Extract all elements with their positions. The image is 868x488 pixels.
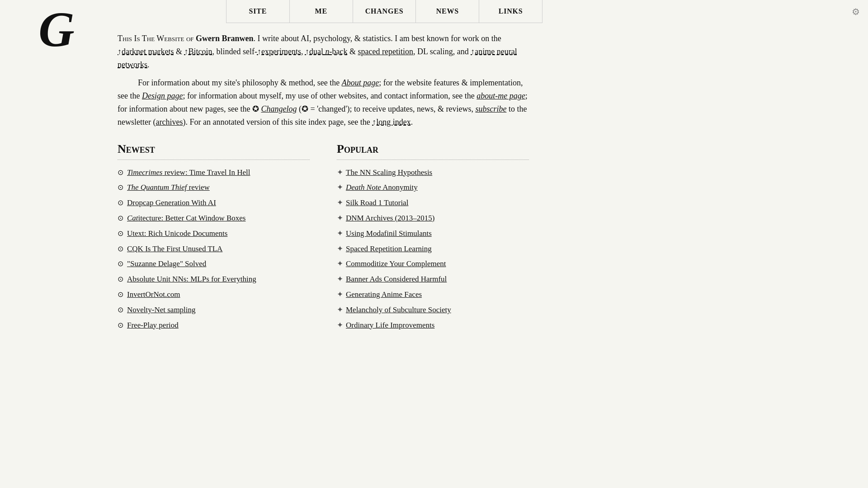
nav-changes[interactable]: CHANGES: [353, 0, 416, 23]
long-index-link[interactable]: ↑long index: [372, 117, 411, 127]
newest-column: Newest ⊙ Timecrimes review: Time Travel …: [118, 142, 310, 335]
popular-column: Popular ✦ The NN Scaling Hypothesis ✦ De…: [337, 142, 529, 335]
nav-links[interactable]: LINKS: [479, 0, 542, 23]
sparkle-icon: ✦: [337, 320, 343, 331]
list-item: ✦ Death Note Anonymity: [337, 182, 529, 193]
newest-list: ⊙ Timecrimes review: Time Travel In Hell…: [118, 167, 310, 331]
intro-para-2: For information about my site's philosop…: [118, 76, 529, 128]
subscribe-link[interactable]: subscribe: [475, 104, 506, 113]
popular-item-link[interactable]: Using Modafinil Stimulants: [346, 228, 432, 239]
spaced-repetition-link[interactable]: spaced repetition: [358, 47, 413, 56]
newest-item-link[interactable]: "Suzanne Delage" Solved: [127, 258, 206, 269]
archives-link[interactable]: archives: [156, 117, 183, 127]
popular-item-link[interactable]: The NN Scaling Hypothesis: [346, 167, 432, 178]
bullet-icon: ⊙: [118, 274, 123, 284]
intro-section: This Is The Website of Gwern Branwen. I …: [118, 32, 529, 129]
newest-item-link[interactable]: InvertOrNot.com: [127, 289, 180, 300]
list-item: ⊙ Free-Play period: [118, 320, 310, 331]
nav-site[interactable]: SITE: [226, 0, 290, 23]
list-item: ✦ Melancholy of Subculture Society: [337, 305, 529, 315]
bullet-icon: ⊙: [118, 183, 123, 192]
newest-item-link[interactable]: Absolute Unit NNs: MLPs for Everything: [127, 274, 256, 285]
intro-para-1: This Is The Website of Gwern Branwen. I …: [118, 32, 529, 71]
bullet-icon: ⊙: [118, 290, 123, 300]
bullet-icon: ⊙: [118, 320, 123, 330]
list-item: ⊙ Catitecture: Better Cat Window Boxes: [118, 213, 310, 224]
sparkle-icon: ✦: [337, 228, 343, 239]
list-item: ✦ DNM Archives (2013–2015): [337, 213, 529, 224]
list-item: ✦ Silk Road 1 Tutorial: [337, 197, 529, 208]
popular-item-link[interactable]: Spaced Repetition Learning: [346, 244, 432, 254]
bitcoin-link[interactable]: ↑Bitcoin: [184, 47, 212, 56]
newest-item-link[interactable]: The Quantum Thief review: [127, 182, 210, 193]
sparkle-icon: ✦: [337, 289, 343, 300]
columns-section: Newest ⊙ Timecrimes review: Time Travel …: [118, 142, 529, 335]
about-page-link[interactable]: About page: [342, 78, 379, 87]
bullet-icon: ⊙: [118, 305, 123, 315]
popular-item-link[interactable]: Commoditize Your Complement: [346, 258, 446, 269]
popular-list: ✦ The NN Scaling Hypothesis ✦ Death Note…: [337, 167, 529, 331]
intro-smallcaps: This Is The Website of: [118, 34, 196, 43]
newest-item-link[interactable]: Catitecture: Better Cat Window Boxes: [127, 213, 245, 224]
popular-item-link[interactable]: Silk Road 1 Tutorial: [346, 197, 408, 208]
site-logo: G: [38, 5, 74, 54]
about-me-page-link[interactable]: about-me page: [476, 91, 525, 100]
list-item: ⊙ The Quantum Thief review: [118, 182, 310, 193]
newest-title: Newest: [118, 142, 310, 160]
popular-title: Popular: [337, 142, 529, 160]
list-item: ⊙ "Suzanne Delage" Solved: [118, 258, 310, 269]
list-item: ⊙ CQK Is The First Unused TLA: [118, 244, 310, 254]
list-item: ⊙ Absolute Unit NNs: MLPs for Everything: [118, 274, 310, 285]
list-item: ⊙ Dropcap Generation With AI: [118, 197, 310, 208]
bullet-icon: ⊙: [118, 244, 123, 254]
author-name: Gwern Branwen: [196, 34, 254, 43]
list-item: ⊙ Utext: Rich Unicode Documents: [118, 228, 310, 239]
sparkle-icon: ✦: [337, 258, 343, 269]
bullet-icon: ⊙: [118, 259, 123, 269]
list-item: ⊙ InvertOrNot.com: [118, 289, 310, 300]
bullet-icon: ⊙: [118, 229, 123, 239]
main-navigation: SITE ME CHANGES NEWS LINKS: [226, 0, 542, 23]
bullet-icon: ⊙: [118, 198, 123, 208]
newest-item-link[interactable]: Dropcap Generation With AI: [127, 197, 216, 208]
sparkle-icon: ✦: [337, 305, 343, 315]
popular-item-link[interactable]: Melancholy of Subculture Society: [346, 305, 451, 315]
sparkle-icon: ✦: [337, 182, 343, 193]
popular-item-link[interactable]: Ordinary Life Improvements: [346, 320, 434, 331]
nav-me[interactable]: ME: [290, 0, 353, 23]
darknet-markets-link[interactable]: ↑darknet markets: [118, 47, 174, 56]
list-item: ✦ Commoditize Your Complement: [337, 258, 529, 269]
nav-news[interactable]: NEWS: [416, 0, 479, 23]
experiments-link[interactable]: ↑experiments: [257, 47, 301, 56]
main-content: This Is The Website of Gwern Branwen. I …: [113, 23, 542, 348]
bullet-icon: ⊙: [118, 168, 123, 178]
list-item: ✦ Generating Anime Faces: [337, 289, 529, 300]
list-item: ⊙ Novelty-Net sampling: [118, 305, 310, 315]
list-item: ⊙ Timecrimes review: Time Travel In Hell: [118, 167, 310, 178]
sparkle-icon: ✦: [337, 274, 343, 285]
sparkle-icon: ✦: [337, 213, 343, 224]
sparkle-icon: ✦: [337, 167, 343, 178]
bullet-icon: ⊙: [118, 213, 123, 223]
changelog-link[interactable]: Changelog: [261, 104, 297, 113]
dual-n-back-link[interactable]: ↑dual n-back: [305, 47, 347, 56]
logo-area: G: [0, 0, 113, 348]
list-item: ✦ Ordinary Life Improvements: [337, 320, 529, 331]
gear-icon[interactable]: ⚙: [852, 6, 860, 17]
list-item: ✦ Spaced Repetition Learning: [337, 244, 529, 254]
newest-item-link[interactable]: Free-Play period: [127, 320, 179, 331]
list-item: ✦ Using Modafinil Stimulants: [337, 228, 529, 239]
newest-item-link[interactable]: Novelty-Net sampling: [127, 305, 196, 315]
newest-item-link[interactable]: Utext: Rich Unicode Documents: [127, 228, 227, 239]
list-item: ✦ The NN Scaling Hypothesis: [337, 167, 529, 178]
design-page-link[interactable]: Design page: [142, 91, 183, 100]
list-item: ✦ Banner Ads Considered Harmful: [337, 274, 529, 285]
popular-item-link[interactable]: Generating Anime Faces: [346, 289, 422, 300]
newest-item-link[interactable]: Timecrimes review: Time Travel In Hell: [127, 167, 250, 178]
popular-item-link[interactable]: Banner Ads Considered Harmful: [346, 274, 447, 285]
sparkle-icon: ✦: [337, 244, 343, 254]
sparkle-icon: ✦: [337, 197, 343, 208]
popular-item-link[interactable]: Death Note Anonymity: [346, 182, 418, 193]
newest-item-link[interactable]: CQK Is The First Unused TLA: [127, 244, 222, 254]
popular-item-link[interactable]: DNM Archives (2013–2015): [346, 213, 434, 224]
